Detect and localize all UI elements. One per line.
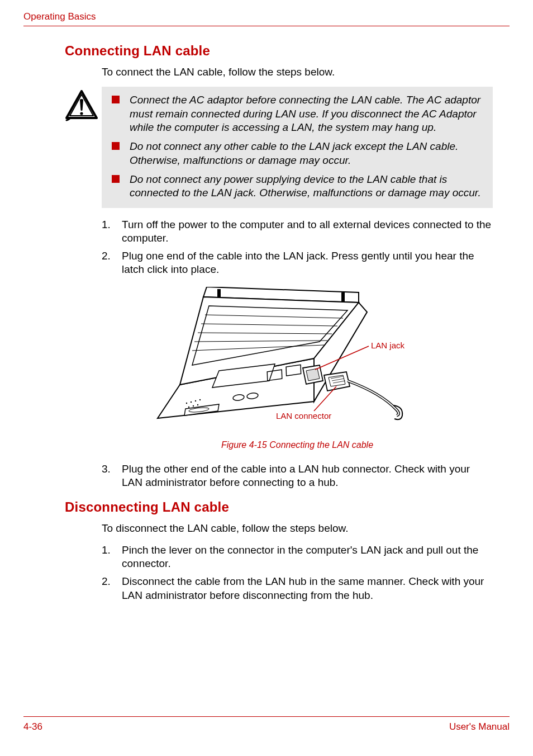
disconnecting-intro: To disconnect the LAN cable, follow the … xyxy=(102,522,493,535)
label-lan-jack: LAN jack xyxy=(371,341,405,350)
caution-text: Do not connect any power supplying devic… xyxy=(130,173,483,200)
page-footer: 4-36 User's Manual xyxy=(23,716,510,733)
svg-point-30 xyxy=(199,399,201,400)
page-number: 4-36 xyxy=(23,721,42,733)
step-text: Plug the other end of the cable into a L… xyxy=(122,462,493,490)
connecting-steps-part-a: 1. Turn off the power to the computer an… xyxy=(102,218,493,277)
connecting-intro: To connect the LAN cable, follow the ste… xyxy=(102,65,493,79)
caution-content: Connect the AC adaptor before connecting… xyxy=(102,87,493,207)
svg-point-27 xyxy=(186,403,187,404)
caution-block: Connect the AC adaptor before connecting… xyxy=(65,87,493,207)
step-number: 2. xyxy=(102,575,122,602)
page-header: Operating Basics xyxy=(23,11,510,26)
manual-label: User's Manual xyxy=(449,721,510,733)
svg-point-33 xyxy=(197,404,198,405)
step-text: Disconnect the cable from the LAN hub in… xyxy=(122,575,493,602)
heading-connecting-lan: Connecting LAN cable xyxy=(65,43,510,59)
step-number: 3. xyxy=(102,462,122,490)
laptop-lan-illustration-icon: LAN jack LAN connector xyxy=(146,287,448,432)
bullet-icon xyxy=(112,175,120,183)
step-number: 1. xyxy=(102,218,122,245)
caution-text: Do not connect any other cable to the LA… xyxy=(130,140,483,167)
caution-item: Do not connect any power supplying devic… xyxy=(112,173,483,200)
list-item: 1. Turn off the power to the computer an… xyxy=(102,218,493,245)
step-number: 1. xyxy=(102,544,122,571)
step-text: Turn off the power to the computer and t… xyxy=(122,218,493,245)
step-number: 2. xyxy=(102,249,122,277)
step-text: Pinch the lever on the connector in the … xyxy=(122,544,493,571)
header-section-label: Operating Basics xyxy=(23,11,96,22)
connecting-steps-part-b: 3. Plug the other end of the cable into … xyxy=(102,462,493,490)
svg-point-29 xyxy=(195,400,196,401)
step-text: Plug one end of the cable into the LAN j… xyxy=(122,249,493,277)
bullet-icon xyxy=(112,142,120,150)
caution-icon xyxy=(65,90,98,121)
list-item: 2. Plug one end of the cable into the LA… xyxy=(102,249,493,277)
caution-item: Connect the AC adaptor before connecting… xyxy=(112,93,483,134)
svg-point-32 xyxy=(193,405,194,407)
label-lan-connector: LAN connector xyxy=(276,411,331,420)
disconnecting-steps: 1. Pinch the lever on the connector in t… xyxy=(102,544,493,602)
svg-point-28 xyxy=(191,401,192,403)
figure-lan-cable: LAN jack LAN connector Figure 4-15 Conne… xyxy=(102,287,493,450)
caution-item: Do not connect any other cable to the LA… xyxy=(112,140,483,167)
svg-marker-20 xyxy=(324,372,350,391)
list-item: 2. Disconnect the cable from the LAN hub… xyxy=(102,575,493,602)
svg-marker-19 xyxy=(306,368,320,381)
svg-point-31 xyxy=(188,407,189,408)
caution-text: Connect the AC adaptor before connecting… xyxy=(130,93,483,134)
bullet-icon xyxy=(112,96,120,103)
svg-point-0 xyxy=(80,112,83,115)
list-item: 3. Plug the other end of the cable into … xyxy=(102,462,493,490)
figure-caption: Figure 4-15 Connecting the LAN cable xyxy=(102,440,493,450)
list-item: 1. Pinch the lever on the connector in t… xyxy=(102,544,493,571)
heading-disconnecting-lan: Disconnecting LAN cable xyxy=(65,499,510,515)
